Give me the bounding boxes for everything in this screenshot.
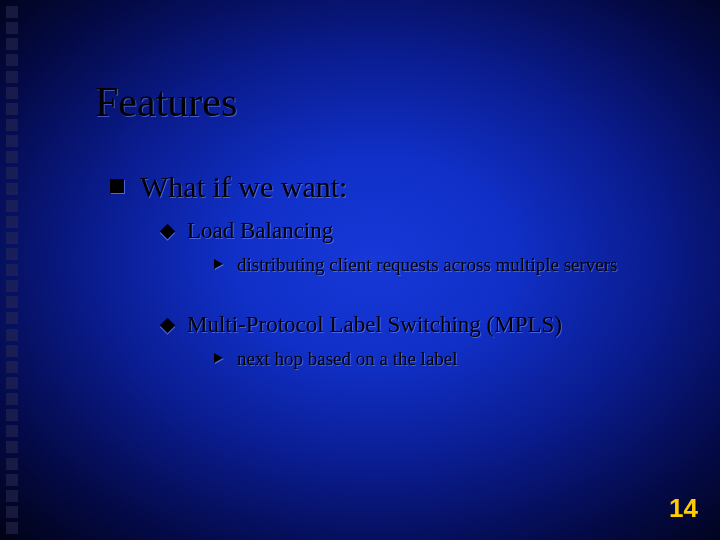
bullet-text: distributing client requests across mult… [237, 254, 617, 276]
bullet-level-2: Multi-Protocol Label Switching (MPLS) [162, 312, 680, 338]
bullet-level-3: distributing client requests across mult… [214, 254, 680, 276]
triangle-bullet-icon [214, 259, 223, 269]
triangle-bullet-icon [214, 353, 223, 363]
decorative-strip [6, 6, 22, 534]
bullet-text: Load Balancing [187, 218, 333, 244]
square-bullet-icon [110, 179, 124, 193]
bullet-level-1: What if we want: [110, 170, 680, 204]
bullet-level-2: Load Balancing [162, 218, 680, 244]
bullet-text: What if we want: [140, 170, 347, 204]
diamond-bullet-icon [160, 318, 176, 334]
diamond-bullet-icon [160, 224, 176, 240]
slide-content: What if we want: Load Balancing distribu… [110, 170, 680, 388]
bullet-text: Multi-Protocol Label Switching (MPLS) [187, 312, 562, 338]
bullet-text: next hop based on a the label [237, 348, 458, 370]
slide-title: Features [95, 78, 237, 126]
slide: Features What if we want: Load Balancing… [0, 0, 720, 540]
bullet-level-3: next hop based on a the label [214, 348, 680, 370]
page-number: 14 [669, 493, 698, 524]
